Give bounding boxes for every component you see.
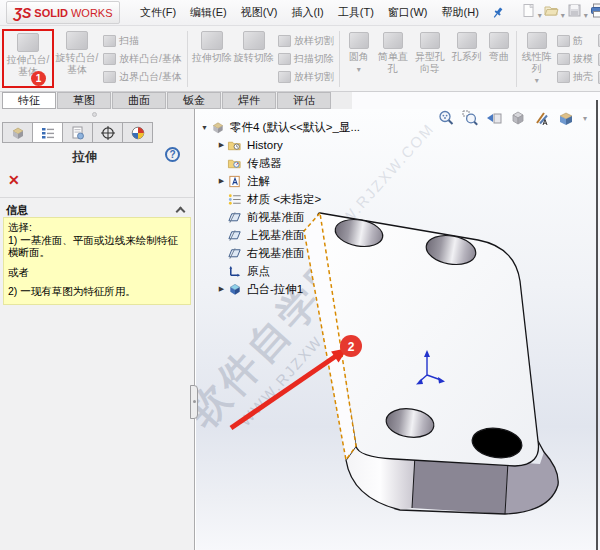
open-file-icon[interactable] (544, 3, 559, 22)
tree-item-part[interactable]: 零件4 (默认<<默认>_显... (199, 118, 360, 136)
collapse-arrow-icon[interactable] (199, 124, 210, 131)
extrude-boss-highlight-box: 拉伸凸台/基体 1 (2, 29, 54, 88)
tab-sketch[interactable]: 草图 (57, 92, 111, 109)
flex-button[interactable]: 弯曲 (485, 29, 513, 89)
loft-boss-icon (103, 53, 116, 65)
sensors-icon (227, 156, 243, 171)
panel-splitter-handle[interactable] (190, 385, 198, 419)
view-orientation-caret-icon[interactable] (582, 114, 588, 123)
tree-item-sensors[interactable]: 传感器 (199, 154, 360, 172)
shell-button[interactable]: 抽壳 (557, 69, 593, 85)
loft-boss-button[interactable]: 放样凸台/基体 (103, 51, 182, 67)
help-icon[interactable]: ? (165, 147, 180, 162)
origin-icon (227, 264, 243, 279)
panel-divider (0, 197, 194, 198)
sweep-button[interactable]: 扫描 (103, 33, 182, 49)
history-folder-icon (227, 138, 243, 153)
fillet-button[interactable]: 圆角 (343, 29, 375, 89)
tab-features[interactable]: 特征 (2, 92, 56, 109)
logo-word-bold: SOLID (34, 7, 68, 19)
panel-grip[interactable] (92, 112, 97, 117)
save-caret-icon[interactable] (583, 4, 589, 22)
close-icon[interactable]: ✕ (8, 173, 20, 187)
menu-edit[interactable]: 编辑(E) (190, 5, 227, 20)
previous-view-icon[interactable] (486, 110, 502, 126)
tree-item-boss-extrude1[interactable]: 凸台-拉伸1 (199, 280, 360, 298)
new-file-icon[interactable] (521, 3, 536, 22)
tree-item-front-plane[interactable]: 前视基准面 (199, 208, 360, 226)
expand-arrow-icon[interactable] (216, 177, 227, 185)
print-icon[interactable] (590, 3, 600, 22)
revolve-boss-button[interactable]: 旋转凸台/基体 (54, 29, 100, 89)
boss-small-column: 扫描 放样凸台/基体 边界凸台/基体 (100, 29, 184, 89)
menu-insert[interactable]: 插入(I) (291, 5, 323, 20)
new-file-caret-icon[interactable] (537, 4, 543, 22)
tab-configuration-manager[interactable] (62, 122, 93, 143)
linear-pattern-icon (527, 32, 547, 49)
menu-tools[interactable]: 工具(T) (338, 5, 374, 20)
sweep-icon (103, 35, 116, 47)
fillet-caret-icon[interactable] (357, 63, 361, 75)
step-2-badge-number: 2 (348, 340, 355, 354)
rib-button[interactable]: 筋 (557, 33, 593, 49)
save-icon[interactable] (567, 3, 582, 22)
view-orientation-icon[interactable] (558, 110, 574, 126)
tree-item-origin[interactable]: 原点 (199, 262, 360, 280)
linear-pattern-caret-icon[interactable] (535, 74, 539, 86)
draft-button[interactable]: 拔模 (557, 51, 593, 67)
hole-wizard-icon (420, 32, 440, 49)
extrude-cut-icon (201, 31, 223, 50)
tab-surfaces[interactable]: 曲面 (112, 92, 166, 109)
tree-item-history[interactable]: History (199, 136, 360, 154)
tab-sheet-metal[interactable]: 钣金 (167, 92, 221, 109)
tree-item-material[interactable]: 材质 <未指定> (199, 190, 360, 208)
boundary-cut-button[interactable]: 放样切割 (278, 69, 334, 85)
part-icon (210, 120, 226, 135)
expand-arrow-icon[interactable] (216, 285, 227, 293)
pin-icon[interactable] (491, 5, 505, 20)
tab-evaluate[interactable]: 评估 (277, 92, 331, 109)
plane-icon (227, 246, 243, 261)
message-option-1: 1) 一基准面、平面或边线来绘制特征横断面。 (8, 234, 186, 259)
menu-window[interactable]: 窗口(W) (388, 5, 428, 20)
dimxpert-icon (100, 125, 116, 141)
extrude-cut-button[interactable]: 拉伸切除 (191, 29, 233, 89)
tab-dimxpert[interactable] (92, 122, 123, 143)
property-list-icon (40, 125, 56, 141)
linear-pattern-button[interactable]: 线性阵列 (520, 29, 554, 89)
tab-property-manager[interactable] (32, 122, 63, 143)
edit-appearance-icon[interactable] (534, 110, 550, 126)
message-or: 或者 (8, 266, 186, 279)
collapse-chevron-icon[interactable] (176, 207, 186, 217)
sweep-cut-button[interactable]: 扫描切除 (278, 51, 334, 67)
loft-cut-button[interactable]: 放样切割 (278, 33, 334, 49)
zoom-to-fit-icon[interactable] (438, 110, 454, 126)
menu-view[interactable]: 视图(V) (241, 5, 278, 20)
section-view-icon[interactable] (510, 110, 526, 126)
shell-icon (557, 71, 570, 83)
zoom-to-area-icon[interactable] (462, 110, 478, 126)
plane-icon (227, 228, 243, 243)
tree-item-top-plane[interactable]: 上视基准面 (199, 226, 360, 244)
expand-arrow-icon[interactable] (216, 141, 227, 149)
flex-icon (489, 32, 509, 49)
tree-item-right-plane[interactable]: 右视基准面 (199, 244, 360, 262)
menu-file[interactable]: 文件(F) (140, 5, 176, 20)
hole-series-button[interactable]: 孔系列 (449, 29, 485, 89)
hole-wizard-button[interactable]: 异型孔向导 (411, 29, 449, 89)
boundary-boss-button[interactable]: 边界凸台/基体 (103, 69, 182, 85)
open-file-caret-icon[interactable] (560, 4, 566, 22)
tree-item-annotations[interactable]: 注解 (199, 172, 360, 190)
graphics-viewport[interactable]: 软件自学网 WWW.RJZXW.COM WWW.RJZXW.COM (196, 109, 600, 550)
tab-display-manager[interactable] (122, 122, 153, 143)
quick-access-toolbar (521, 3, 600, 22)
panel-tab-strip (2, 122, 152, 143)
ribbon-separator (516, 31, 517, 87)
menu-help[interactable]: 帮助(H) (442, 5, 479, 20)
tab-feature-manager[interactable] (2, 122, 33, 143)
info-section-header: 信息 (6, 203, 28, 218)
simple-hole-button[interactable]: 简单直孔 (375, 29, 411, 89)
simple-hole-icon (383, 32, 403, 49)
tab-weldments[interactable]: 焊件 (222, 92, 276, 109)
revolve-cut-button[interactable]: 旋转切除 (233, 29, 275, 89)
